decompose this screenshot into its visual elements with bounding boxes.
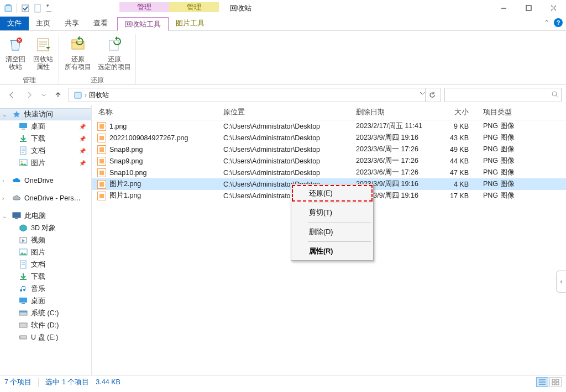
navigation-pane[interactable]: ⌄ 快速访问 桌面📌下载📌文档📌图片📌 › OneDrive › OneDriv… bbox=[0, 105, 92, 375]
ctx-cut[interactable]: 剪切(T) bbox=[292, 205, 372, 220]
nav-item-label: 系统 (C:) bbox=[31, 309, 59, 318]
drive-icon bbox=[19, 284, 28, 293]
pin-icon: 📌 bbox=[79, 148, 86, 154]
nav-quick-item[interactable]: 文档📌 bbox=[0, 145, 91, 157]
svg-rect-2 bbox=[35, 4, 40, 12]
qat-dropdown-icon[interactable]: ▾― bbox=[45, 3, 53, 14]
restore-selected-icon bbox=[106, 35, 123, 53]
restore-all-button[interactable]: 还原 所有项目 bbox=[62, 34, 93, 75]
nav-pc-item[interactable]: 视频 bbox=[0, 234, 91, 246]
file-location: C:\Users\Administrator\Desktop bbox=[217, 157, 349, 165]
maximize-button[interactable] bbox=[516, 0, 541, 15]
col-type[interactable]: 项目类型 bbox=[476, 108, 566, 117]
nav-pc-item[interactable]: 文档 bbox=[0, 258, 91, 271]
drive-icon bbox=[19, 309, 28, 317]
column-headers[interactable]: 名称 原位置 删除日期 大小 项目类型 bbox=[92, 105, 566, 120]
empty-recycle-bin-button[interactable]: 清空回 收站 bbox=[3, 34, 28, 75]
drive-icon bbox=[19, 296, 28, 305]
nav-onedrive-personal[interactable]: › OneDrive - Pers… bbox=[0, 192, 91, 204]
table-row[interactable]: Snap10.pngC:\Users\Administrator\Desktop… bbox=[92, 167, 566, 178]
nav-pc-item[interactable]: 音乐 bbox=[0, 283, 91, 295]
nav-item-label: 下载 bbox=[31, 272, 45, 282]
file-type: PNG 图像 bbox=[476, 168, 566, 177]
col-location[interactable]: 原位置 bbox=[217, 108, 349, 117]
restore-selected-button[interactable]: 还原 选定的项目 bbox=[97, 34, 132, 75]
refresh-button[interactable] bbox=[425, 88, 438, 102]
nav-pc-item[interactable]: 3D 对象 bbox=[0, 222, 91, 234]
ribbon-group-restore-label: 还原 bbox=[91, 75, 104, 85]
nav-quick-access[interactable]: ⌄ 快速访问 bbox=[0, 108, 91, 120]
tab-share[interactable]: 共享 bbox=[57, 17, 86, 30]
title-bar: ▾― 管理 管理 回收站 bbox=[0, 0, 566, 17]
tab-picture-tools[interactable]: 图片工具 bbox=[169, 17, 212, 30]
checkbox-checked-icon[interactable] bbox=[20, 3, 30, 13]
search-box[interactable] bbox=[444, 88, 562, 102]
svg-rect-25 bbox=[19, 323, 27, 327]
nav-quick-item[interactable]: 图片📌 bbox=[0, 157, 91, 169]
tab-recycle-bin-tools[interactable]: 回收站工具 bbox=[117, 17, 169, 31]
up-button[interactable] bbox=[51, 88, 65, 102]
nav-pc-item[interactable]: 桌面 bbox=[0, 295, 91, 307]
view-large-icons-button[interactable] bbox=[549, 377, 562, 387]
minimize-button[interactable] bbox=[491, 0, 516, 15]
tab-view[interactable]: 查看 bbox=[86, 17, 115, 30]
expand-icon[interactable]: ⌄ bbox=[2, 213, 9, 219]
expand-icon[interactable]: ⌄ bbox=[2, 112, 9, 118]
col-name[interactable]: 名称 bbox=[92, 108, 217, 117]
collapse-ribbon-icon[interactable]: ⌃ bbox=[544, 19, 549, 27]
nav-quick-item[interactable]: 下载📌 bbox=[0, 133, 91, 145]
side-panel-toggle[interactable]: ‹ bbox=[556, 271, 566, 293]
ctx-restore[interactable]: 还原(E) bbox=[292, 186, 372, 201]
table-row[interactable]: 1.pngC:\Users\Administrator\Desktop2023/… bbox=[92, 120, 566, 132]
search-icon[interactable] bbox=[551, 91, 559, 98]
recent-locations-button[interactable] bbox=[40, 88, 48, 102]
col-date[interactable]: 删除日期 bbox=[349, 108, 437, 117]
table-row[interactable]: 20221009084927267.pngC:\Users\Administra… bbox=[92, 132, 566, 144]
ctx-delete[interactable]: 删除(D) bbox=[292, 224, 372, 240]
forward-button[interactable] bbox=[22, 88, 36, 102]
folder-icon bbox=[19, 134, 28, 143]
col-size[interactable]: 大小 bbox=[437, 108, 476, 117]
address-dropdown-icon[interactable] bbox=[420, 91, 425, 96]
folder-icon bbox=[19, 122, 28, 131]
expand-icon[interactable]: › bbox=[2, 195, 9, 202]
nav-quick-item[interactable]: 桌面📌 bbox=[0, 120, 91, 133]
svg-point-10 bbox=[552, 92, 557, 96]
ctx-separator bbox=[308, 241, 371, 242]
drive-icon bbox=[19, 333, 28, 342]
expand-icon[interactable]: › bbox=[2, 178, 9, 184]
breadcrumb-recycle-bin[interactable]: 回收站 bbox=[87, 91, 111, 100]
file-name: 20221009084927267.png bbox=[109, 134, 188, 142]
back-button[interactable] bbox=[4, 88, 19, 102]
tab-home[interactable]: 主页 bbox=[29, 17, 57, 30]
nav-onedrive[interactable]: › OneDrive bbox=[0, 174, 91, 187]
drive-icon bbox=[19, 236, 28, 245]
nav-this-pc[interactable]: ⌄ 此电脑 bbox=[0, 210, 91, 222]
ctx-properties[interactable]: 属性(R) bbox=[292, 243, 372, 259]
document-icon[interactable] bbox=[33, 3, 43, 13]
address-bar[interactable]: › 回收站 bbox=[69, 88, 441, 102]
table-row[interactable]: Snap9.pngC:\Users\Administrator\Desktop2… bbox=[92, 155, 566, 167]
close-button[interactable] bbox=[541, 0, 566, 15]
ctx-separator bbox=[308, 203, 371, 203]
recycle-bin-properties-button[interactable]: 回收站 属性 bbox=[31, 34, 55, 75]
qat-separator bbox=[17, 3, 17, 13]
view-details-button[interactable] bbox=[536, 377, 548, 387]
ribbon-group-manage: 清空回 收站 回收站 属性 管理 bbox=[0, 34, 59, 85]
table-row[interactable]: Snap8.pngC:\Users\Administrator\Desktop2… bbox=[92, 144, 566, 155]
tab-file[interactable]: 文件 bbox=[0, 17, 29, 30]
nav-pc-item[interactable]: 系统 (C:) bbox=[0, 307, 91, 319]
nav-onedrive-label: OneDrive bbox=[24, 177, 54, 184]
search-input[interactable] bbox=[445, 88, 561, 102]
file-size: 4 KB bbox=[437, 181, 476, 188]
nav-pc-item[interactable]: U 盘 (E:) bbox=[0, 331, 91, 343]
file-size: 44 KB bbox=[437, 157, 476, 165]
help-icon[interactable]: ? bbox=[554, 18, 563, 27]
file-size: 49 KB bbox=[437, 146, 476, 153]
nav-pc-item[interactable]: 下载 bbox=[0, 271, 91, 283]
nav-pc-item[interactable]: 软件 (D:) bbox=[0, 319, 91, 331]
folder-icon bbox=[19, 158, 28, 167]
nav-pc-item[interactable]: 图片 bbox=[0, 246, 91, 258]
drive-icon bbox=[19, 321, 28, 330]
file-date: 2023/2/17/周五 11:41 bbox=[349, 121, 437, 131]
